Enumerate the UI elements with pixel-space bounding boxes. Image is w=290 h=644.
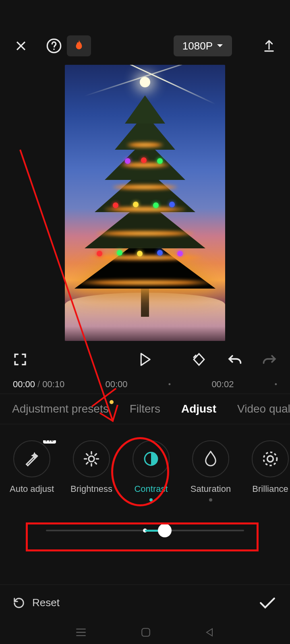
adjust-modified-dot (209, 498, 212, 502)
home-icon[interactable] (141, 627, 151, 638)
preview-controls (0, 344, 290, 375)
top-bar: 1080P (0, 30, 290, 62)
resolution-selector[interactable]: 1080P (174, 35, 232, 56)
video-preview[interactable] (65, 65, 225, 341)
preview-area (0, 62, 290, 344)
close-icon[interactable] (11, 36, 31, 56)
adjust-label: Brightness (70, 484, 112, 494)
sun-icon (83, 450, 100, 467)
contrast-icon (143, 451, 159, 466)
time-total: 00:10 (42, 379, 64, 390)
time-mark: 00:00 (106, 379, 128, 390)
sun-ring-icon (261, 450, 279, 468)
tab-adjustment-presets[interactable]: Adjustment presets (12, 402, 109, 415)
adjust-label: Saturation (191, 484, 231, 494)
adjust-saturation[interactable]: Saturation (188, 440, 233, 502)
back-icon[interactable] (205, 627, 215, 637)
reset-label: Reset (32, 597, 60, 609)
svg-rect-6 (142, 628, 150, 636)
redo-icon[interactable] (260, 350, 280, 369)
reset-icon (13, 597, 25, 609)
adjust-brilliance[interactable]: Brilliance (248, 440, 290, 502)
adjust-label: Brilliance (252, 484, 288, 494)
wand-icon (24, 451, 40, 467)
chevron-down-icon (217, 44, 223, 48)
adjust-label: Contrast (134, 484, 168, 494)
svg-point-1 (53, 49, 55, 50)
adjust-brightness[interactable]: Brightness (69, 440, 114, 502)
timeline-bar[interactable]: 00:00 / 00:10 00:00 • 00:02 • (0, 375, 290, 394)
adjust-active-dot (149, 498, 153, 502)
adjust-options-row[interactable]: Pro Auto adjust Brightness Contrast (0, 440, 290, 502)
system-nav (0, 621, 290, 644)
panel-footer: Reset (0, 584, 290, 621)
export-icon[interactable] (259, 36, 279, 56)
resolution-label: 1080P (182, 40, 213, 52)
adjust-auto[interactable]: Pro Auto adjust (10, 440, 54, 502)
adjust-panel: Pro Auto adjust Brightness Contrast (0, 424, 290, 584)
svg-point-4 (267, 456, 273, 462)
flame-button[interactable] (67, 35, 91, 56)
tab-video-quality[interactable]: Video quality (237, 402, 290, 415)
adjust-contrast[interactable]: Contrast (129, 440, 173, 502)
reset-button[interactable]: Reset (13, 597, 60, 609)
adjust-tabs: Adjustment presets Filters Adjust Video … (0, 394, 290, 424)
undo-icon[interactable] (225, 350, 244, 369)
play-icon[interactable] (135, 350, 155, 369)
slider-knob[interactable] (158, 524, 172, 537)
keyframe-icon[interactable] (189, 350, 209, 369)
confirm-icon[interactable] (258, 593, 277, 613)
svg-point-5 (264, 452, 277, 466)
adjust-label: Auto adjust (10, 484, 54, 494)
tab-presets-badge (110, 400, 114, 404)
time-current: 00:00 (13, 379, 35, 390)
tab-adjust[interactable]: Adjust (181, 402, 216, 415)
tab-filters[interactable]: Filters (130, 402, 160, 415)
adjust-slider[interactable] (26, 519, 264, 542)
time-mark: 00:02 (211, 379, 234, 390)
recents-icon[interactable] (75, 628, 87, 637)
help-icon[interactable] (44, 36, 64, 56)
droplet-icon (204, 451, 217, 467)
svg-point-2 (89, 456, 94, 462)
fullscreen-icon[interactable] (10, 350, 30, 369)
pro-badge: Pro (43, 440, 56, 444)
